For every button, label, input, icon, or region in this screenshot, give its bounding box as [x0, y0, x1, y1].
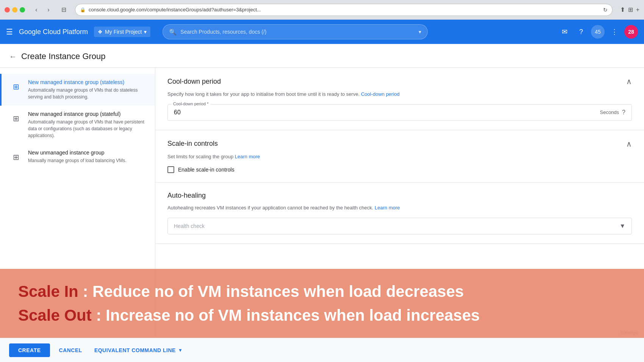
cmdline-label: EQUIVALENT COMMAND LINE [94, 347, 176, 353]
user-avatar-button[interactable]: 28 [624, 25, 638, 39]
banner-line-2: Scale Out : Increase no of VM instances … [18, 303, 626, 327]
health-check-dropdown-arrow-icon: ▼ [619, 223, 625, 229]
share-icon[interactable]: ⬆ [620, 6, 625, 13]
scale-in-title: Scale-in controls [167, 140, 218, 148]
search-bar[interactable]: 🔍 Search Products, resources, docs (/) ▾ [163, 24, 428, 39]
gcp-logo-text: Google Cloud Platform [19, 28, 88, 36]
sidebar-item-stateful-title: New managed instance group (stateful) [28, 111, 147, 117]
cool-down-description: Specify how long it takes for your app t… [167, 90, 632, 98]
scale-out-keyword: Scale Out [18, 306, 92, 324]
scale-in-collapse-button[interactable]: ∧ [626, 139, 632, 148]
cool-down-section-header: Cool-down period ∧ [167, 77, 632, 86]
cool-down-period-label: Cool-down period * [172, 101, 210, 106]
auto-healing-description: Autohealing recreates VM instances if yo… [167, 204, 632, 212]
sidebar-toggle-button[interactable]: ⊟ [58, 5, 69, 15]
sidebar-item-stateful[interactable]: ⊞ New managed instance group (stateful) … [0, 106, 155, 144]
topbar-actions: ✉ ? 45 ⋮ 28 [558, 25, 638, 39]
notifications-badge-button[interactable]: 45 [591, 25, 605, 39]
banner-line-1: Scale In : Reduce no of VM instances whe… [18, 279, 626, 303]
search-icon: 🔍 [169, 28, 177, 36]
health-check-placeholder: Health check [174, 223, 619, 229]
url-text: console.cloud.google.com/compute/instanc… [89, 7, 600, 12]
auto-healing-section-header: Auto-healing [167, 192, 632, 200]
scale-in-keyword: Scale In [18, 282, 78, 300]
nav-buttons: ‹ › [31, 5, 54, 15]
scale-in-desc-text: Set limits for scaling the group [167, 154, 233, 159]
cool-down-desc-text: Specify how long it takes for your app t… [167, 91, 360, 97]
cancel-button[interactable]: CANCEL [56, 343, 85, 357]
overlay-banner: Scale In : Reduce no of VM instances whe… [0, 269, 644, 338]
cool-down-period-row: Seconds ? [168, 105, 631, 120]
sidebar-item-unmanaged-desc: Manually manage groups of load balancing… [28, 157, 127, 164]
stateless-instance-icon: ⊞ [9, 80, 23, 94]
scale-in-learn-more-link[interactable]: Learn more [235, 154, 260, 159]
sidebar-item-stateful-desc: Automatically manage groups of VMs that … [28, 119, 147, 139]
more-options-button[interactable]: ⋮ [608, 25, 621, 39]
email-icon-button[interactable]: ✉ [558, 25, 571, 39]
cool-down-period-input[interactable] [174, 109, 600, 116]
close-button[interactable] [5, 7, 10, 12]
seconds-label: Seconds [600, 109, 619, 115]
lock-icon: 🔒 [80, 7, 86, 12]
sidebar-item-stateful-text: New managed instance group (stateful) Au… [28, 111, 147, 139]
sidebar-item-stateless-title: New managed instance group (stateless) [28, 79, 147, 85]
page-title: Create Instance Group [21, 51, 106, 61]
cool-down-link[interactable]: Cool-down period [361, 91, 400, 97]
auto-healing-desc-text: Autohealing recreates VM instances if yo… [167, 205, 373, 211]
scale-in-description: Set limits for scaling the group Learn m… [167, 153, 632, 161]
scale-out-text: : Increase no of VM instances when load … [92, 306, 480, 324]
project-selector[interactable]: ❖ My First Project ▾ [94, 27, 150, 37]
scale-in-section-header: Scale-in controls ∧ [167, 139, 632, 148]
equivalent-command-line-button[interactable]: EQUIVALENT COMMAND LINE ▼ [91, 343, 186, 357]
action-bar: CREATE CANCEL EQUIVALENT COMMAND LINE ▼ [0, 338, 644, 362]
project-dropdown-icon: ▾ [144, 29, 147, 35]
tabs-icon[interactable]: ⊞ [628, 6, 633, 13]
sidebar-item-unmanaged-title: New unmanaged instance group [28, 150, 127, 156]
cool-down-period-input-container: Cool-down period * Seconds ? [167, 104, 632, 121]
browser-chrome: ‹ › ⊟ 🔒 console.cloud.google.com/compute… [0, 0, 644, 20]
back-button[interactable]: ← [9, 52, 17, 61]
sidebar-item-stateless-text: New managed instance group (stateless) A… [28, 79, 147, 100]
gcp-logo: Google Cloud Platform [19, 28, 88, 36]
traffic-lights [5, 7, 25, 12]
page-header: ← Create Instance Group [0, 44, 644, 68]
enable-scale-in-label: Enable scale-in controls [178, 167, 234, 173]
help-icon-button[interactable]: ? [574, 25, 588, 39]
help-icon[interactable]: ? [622, 109, 625, 116]
unmanaged-instance-icon: ⊞ [9, 150, 23, 164]
topbar: ☰ Google Cloud Platform ❖ My First Proje… [0, 20, 644, 44]
sidebar-item-unmanaged[interactable]: ⊞ New unmanaged instance group Manually … [0, 144, 155, 169]
cool-down-title: Cool-down period [167, 78, 221, 86]
maximize-button[interactable] [20, 7, 25, 12]
scale-in-section: Scale-in controls ∧ Set limits for scali… [155, 130, 644, 183]
stateful-instance-icon: ⊞ [9, 112, 23, 125]
sidebar-item-unmanaged-text: New unmanaged instance group Manually ma… [28, 150, 127, 164]
auto-healing-section: Auto-healing Autohealing recreates VM in… [155, 183, 644, 244]
sidebar-item-stateless-desc: Automatically manage groups of VMs that … [28, 87, 147, 100]
plus-tab-icon[interactable]: + [636, 6, 639, 13]
cool-down-collapse-button[interactable]: ∧ [626, 77, 632, 86]
create-button[interactable]: CREATE [9, 343, 50, 357]
hamburger-menu-icon[interactable]: ☰ [6, 27, 13, 36]
minimize-button[interactable] [12, 7, 17, 12]
project-name: My First Project [105, 29, 142, 35]
reload-button[interactable]: ↻ [603, 7, 608, 13]
address-bar[interactable]: 🔒 console.cloud.google.com/compute/insta… [75, 4, 613, 16]
cool-down-section: Cool-down period ∧ Specify how long it t… [155, 68, 644, 130]
auto-healing-learn-more-link[interactable]: Learn more [375, 205, 400, 211]
scale-in-text: : Reduce no of VM instances when load de… [78, 282, 464, 300]
health-check-dropdown[interactable]: Health check ▼ [167, 218, 632, 234]
search-placeholder-text: Search Products, resources, docs (/) [180, 29, 415, 35]
cmdline-dropdown-arrow-icon: ▼ [178, 348, 183, 353]
enable-scale-in-checkbox[interactable] [167, 166, 174, 173]
back-nav-button[interactable]: ‹ [31, 5, 42, 15]
search-expand-icon: ▾ [419, 29, 421, 35]
forward-nav-button[interactable]: › [43, 5, 54, 15]
project-icon: ❖ [98, 29, 103, 35]
auto-healing-title: Auto-healing [167, 192, 206, 200]
enable-scale-in-row: Enable scale-in controls [167, 166, 632, 173]
sidebar-item-stateless[interactable]: ⊞ New managed instance group (stateless)… [0, 74, 155, 106]
browser-actions: ⬆ ⊞ + [620, 6, 639, 13]
